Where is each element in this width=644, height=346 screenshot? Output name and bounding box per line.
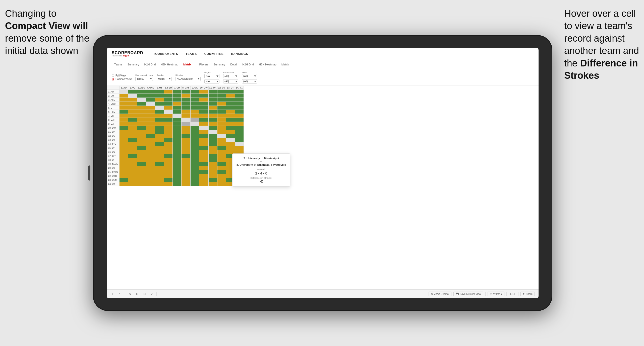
matrix-cell-10-1[interactable] <box>128 130 137 134</box>
matrix-cell-22-4[interactable] <box>155 178 164 182</box>
matrix-cell-4-12[interactable] <box>226 106 235 110</box>
full-view-radio-circle[interactable] <box>112 74 114 77</box>
matrix-cell-9-6[interactable] <box>173 126 182 130</box>
matrix-cell-5-11[interactable] <box>217 110 226 114</box>
matrix-cell-2-5[interactable] <box>164 98 173 102</box>
matrix-cell-0-3[interactable] <box>146 90 155 94</box>
matrix-cell-7-7[interactable] <box>182 118 191 122</box>
matrix-cell-16-4[interactable] <box>155 154 164 158</box>
matrix-cell-21-2[interactable] <box>137 174 146 178</box>
matrix-cell-4-1[interactable] <box>128 106 137 110</box>
conference-select-2[interactable]: (All) <box>223 79 238 83</box>
matrix-cell-3-10[interactable] <box>208 102 217 106</box>
matrix-cell-1-13[interactable] <box>235 94 244 98</box>
matrix-cell-16-7[interactable] <box>182 154 191 158</box>
matrix-cell-0-4[interactable] <box>155 90 164 94</box>
share-button[interactable]: ⬆ Share <box>520 292 535 296</box>
matrix-cell-23-1[interactable] <box>128 182 137 186</box>
matrix-cell-8-10[interactable] <box>208 122 217 126</box>
matrix-cell-13-11[interactable] <box>217 142 226 146</box>
matrix-cell-20-0[interactable] <box>120 170 128 174</box>
matrix-cell-7-6[interactable] <box>173 118 182 122</box>
matrix-cell-16-2[interactable] <box>137 154 146 158</box>
matrix-cell-9-3[interactable] <box>146 126 155 130</box>
matrix-cell-12-13[interactable] <box>235 138 244 142</box>
matrix-cell-19-2[interactable] <box>137 166 146 170</box>
matrix-cell-20-6[interactable] <box>173 170 182 174</box>
matrix-cell-21-5[interactable] <box>164 174 173 178</box>
matrix-cell-22-1[interactable] <box>128 178 137 182</box>
team-select[interactable]: (All) <box>242 74 257 78</box>
matrix-cell-10-3[interactable] <box>146 130 155 134</box>
matrix-cell-7-10[interactable] <box>208 118 217 122</box>
matrix-cell-4-8[interactable] <box>190 106 199 110</box>
matrix-cell-11-3[interactable] <box>146 134 155 138</box>
matrix-cell-4-9[interactable] <box>199 106 208 110</box>
matrix-cell-23-2[interactable] <box>137 182 146 186</box>
matrix-cell-1-8[interactable] <box>190 94 199 98</box>
matrix-cell-6-6[interactable] <box>173 114 182 118</box>
matrix-cell-23-9[interactable] <box>199 182 208 186</box>
matrix-cell-13-2[interactable] <box>137 142 146 146</box>
matrix-cell-9-9[interactable] <box>199 126 208 130</box>
matrix-cell-22-10[interactable] <box>208 178 217 182</box>
matrix-cell-4-5[interactable] <box>164 106 173 110</box>
matrix-cell-18-1[interactable] <box>128 162 137 166</box>
matrix-cell-18-10[interactable] <box>208 162 217 166</box>
matrix-cell-12-4[interactable] <box>155 138 164 142</box>
matrix-cell-8-1[interactable] <box>128 122 137 126</box>
matrix-cell-21-1[interactable] <box>128 174 137 178</box>
matrix-cell-10-5[interactable] <box>164 130 173 134</box>
matrix-cell-17-1[interactable] <box>128 158 137 162</box>
matrix-cell-20-11[interactable] <box>217 170 226 174</box>
matrix-cell-11-9[interactable] <box>199 134 208 138</box>
matrix-cell-20-7[interactable] <box>182 170 191 174</box>
matrix-cell-1-0[interactable] <box>120 94 128 98</box>
matrix-cell-15-2[interactable] <box>137 150 146 154</box>
matrix-cell-11-1[interactable] <box>128 134 137 138</box>
tab-h2h-heatmap-2[interactable]: H2H Heatmap <box>256 60 279 69</box>
matrix-cell-7-12[interactable] <box>226 118 235 122</box>
matrix-cell-8-2[interactable] <box>137 122 146 126</box>
matrix-cell-6-9[interactable] <box>199 114 208 118</box>
matrix-cell-5-5[interactable] <box>164 110 173 114</box>
matrix-cell-3-6[interactable] <box>173 102 182 106</box>
matrix-cell-3-9[interactable] <box>199 102 208 106</box>
matrix-cell-14-6[interactable] <box>173 146 182 150</box>
matrix-cell-4-4[interactable] <box>155 106 164 110</box>
matrix-cell-13-1[interactable] <box>128 142 137 146</box>
matrix-cell-23-8[interactable] <box>190 182 199 186</box>
full-view-radio[interactable]: Full View <box>112 74 132 77</box>
nav-teams[interactable]: TEAMS <box>186 52 197 56</box>
matrix-cell-13-8[interactable] <box>190 142 199 146</box>
matrix-cell-18-11[interactable] <box>217 162 226 166</box>
tab-summary-1[interactable]: Summary <box>125 60 142 69</box>
matrix-cell-14-0[interactable] <box>120 146 128 150</box>
matrix-cell-18-8[interactable] <box>190 162 199 166</box>
matrix-cell-7-4[interactable] <box>155 118 164 122</box>
matrix-cell-5-4[interactable] <box>155 110 164 114</box>
matrix-cell-12-2[interactable] <box>137 138 146 142</box>
matrix-cell-21-0[interactable] <box>120 174 128 178</box>
matrix-cell-8-0[interactable] <box>120 122 128 126</box>
matrix-cell-17-2[interactable] <box>137 158 146 162</box>
matrix-cell-5-3[interactable] <box>146 110 155 114</box>
matrix-cell-15-4[interactable] <box>155 150 164 154</box>
redo-button[interactable]: ↪ <box>118 292 123 296</box>
matrix-cell-10-12[interactable] <box>226 130 235 134</box>
matrix-cell-19-3[interactable] <box>146 166 155 170</box>
matrix-cell-14-4[interactable] <box>155 146 164 150</box>
matrix-cell-18-3[interactable] <box>146 162 155 166</box>
matrix-cell-2-6[interactable] <box>173 98 182 102</box>
matrix-cell-14-3[interactable] <box>146 146 155 150</box>
refresh-button[interactable]: ⟲ <box>127 292 133 296</box>
matrix-cell-17-11[interactable] <box>217 158 226 162</box>
matrix-cell-21-4[interactable] <box>155 174 164 178</box>
matrix-cell-10-9[interactable] <box>199 130 208 134</box>
matrix-cell-3-4[interactable] <box>155 102 164 106</box>
matrix-cell-8-9[interactable] <box>199 122 208 126</box>
matrix-cell-0-2[interactable] <box>137 90 146 94</box>
matrix-cell-12-7[interactable] <box>182 138 191 142</box>
matrix-cell-23-5[interactable] <box>164 182 173 186</box>
matrix-cell-6-3[interactable] <box>146 114 155 118</box>
